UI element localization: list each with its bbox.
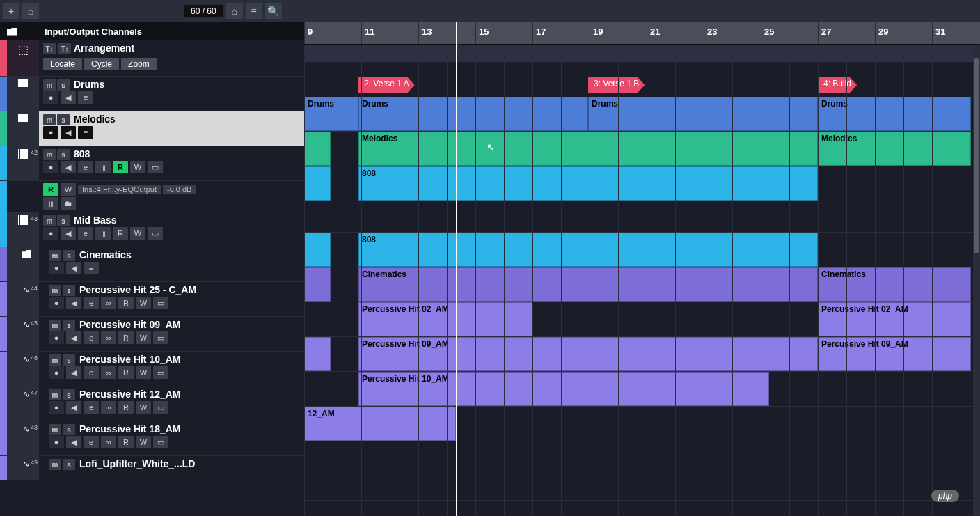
808-track[interactable]: ms 808 ● ◀ e ⫼ R W ▭ bbox=[39, 146, 304, 180]
perc-clip[interactable]: Percussive Hit 09_AM bbox=[818, 337, 971, 371]
solo-button[interactable]: s bbox=[57, 149, 70, 160]
inserts-button[interactable]: ⫼ bbox=[95, 161, 111, 173]
drums-clip[interactable]: Drums bbox=[588, 97, 818, 131]
monitor-button[interactable]: ◀ bbox=[61, 161, 76, 173]
perc18-track[interactable]: msPercussive Hit 18_AM ●◀e∞RW▭ bbox=[39, 421, 304, 455]
perc-clip[interactable] bbox=[304, 337, 331, 371]
drums-clip[interactable]: Drums bbox=[818, 97, 971, 131]
scrollbar-thumb[interactable] bbox=[974, 58, 979, 253]
record-button[interactable]: ● bbox=[43, 91, 58, 104]
waveform-icon: ∿ bbox=[23, 285, 30, 295]
expand-icon[interactable]: T↕ bbox=[43, 43, 56, 54]
drums-clip[interactable]: Drums bbox=[304, 97, 358, 131]
mute-button[interactable]: m bbox=[43, 215, 56, 226]
perc10-lane[interactable]: Percussive Hit 10_AM bbox=[304, 372, 980, 407]
perc-clip[interactable]: Percussive Hit 02_AM bbox=[818, 302, 971, 336]
perc-clip[interactable]: Percussive Hit 10_AM bbox=[358, 372, 769, 406]
arrangement-timeline[interactable]: 9 11 13 15 17 19 21 23 25 27 29 31 2: Ve… bbox=[304, 22, 980, 516]
midbass-clip[interactable]: 808 bbox=[358, 233, 818, 267]
marker-build[interactable]: 4: Build bbox=[818, 77, 857, 93]
automation-lane[interactable] bbox=[304, 201, 980, 233]
write-button[interactable]: W bbox=[130, 227, 145, 240]
drums-clip[interactable]: Drums bbox=[358, 97, 588, 131]
cinematics-clip[interactable]: Cinematics bbox=[358, 267, 818, 302]
playhead[interactable] bbox=[456, 22, 457, 516]
search-icon[interactable]: 🔍 bbox=[265, 3, 282, 19]
waveform-icon: ∿ bbox=[23, 389, 30, 399]
edit-button[interactable]: e bbox=[78, 161, 93, 173]
cinematics-clip[interactable] bbox=[304, 267, 331, 302]
solo-button[interactable]: s bbox=[57, 114, 70, 125]
write-button[interactable]: W bbox=[130, 161, 145, 173]
midbass-clip[interactable] bbox=[304, 233, 331, 267]
perc25-track[interactable]: msPercussive Hit 25 - C_AM ●◀e∞RW▭ bbox=[39, 282, 304, 316]
808-lane[interactable]: 808 bbox=[304, 166, 980, 201]
808-clip[interactable] bbox=[304, 166, 331, 201]
read-button[interactable]: R bbox=[43, 183, 58, 196]
read-button[interactable]: R bbox=[113, 161, 128, 173]
menu-button[interactable]: ≡ bbox=[78, 91, 93, 104]
timeline-ruler[interactable]: 9 11 13 15 17 19 21 23 25 27 29 31 bbox=[304, 22, 980, 45]
melodics-clip[interactable]: Melodics bbox=[818, 132, 971, 166]
midbass-track[interactable]: msMid Bass ●◀e⫼RW▭ bbox=[39, 212, 304, 247]
mute-button[interactable]: m bbox=[43, 114, 56, 125]
midbass-lane[interactable]: 808 bbox=[304, 233, 980, 267]
cinematics-lane[interactable]: Cinematics Cinematics bbox=[304, 267, 980, 302]
melodics-lane[interactable]: Melodics Melodics ↖ bbox=[304, 132, 980, 166]
perc-clip[interactable]: Percussive Hit 09_AM bbox=[358, 337, 818, 371]
lofi-track[interactable]: msLofi_Upfilter_White_...LD bbox=[39, 456, 304, 480]
waveform-icon: ∿ bbox=[23, 320, 30, 329]
solo-button[interactable]: s bbox=[57, 79, 70, 91]
mute-button[interactable]: ⫼ bbox=[43, 197, 58, 210]
arrangement-track[interactable]: T↕ T↕ Arrangement Locate Cycle Zoom bbox=[39, 40, 304, 76]
perc-clip[interactable]: Percussive Hit 02_AM bbox=[358, 302, 532, 336]
record-button[interactable]: ● bbox=[43, 227, 58, 240]
house-icon[interactable]: ⌂ bbox=[226, 3, 243, 19]
insert-row[interactable]: R W Ins.:4:Fr...y-EQOutput -6.0 dB ⫼ 🖿 bbox=[39, 181, 304, 212]
expand-icon2[interactable]: T↕ bbox=[58, 43, 71, 54]
solo-button[interactable]: s bbox=[57, 215, 70, 226]
melodics-track[interactable]: ms Melodics ●◀≡ bbox=[39, 111, 304, 146]
perc12-lane[interactable]: 12_AM bbox=[304, 407, 980, 441]
mute-button[interactable]: m bbox=[43, 149, 56, 160]
cycle-button[interactable]: Cycle bbox=[84, 58, 119, 70]
marker-verse1a[interactable]: 2: Verse 1 A bbox=[358, 77, 415, 93]
folder-open-icon[interactable] bbox=[22, 250, 31, 258]
locate-button[interactable]: Locate bbox=[43, 58, 82, 70]
marker-verse1b[interactable]: 3: Verse 1 B bbox=[588, 77, 645, 93]
melodics-clip[interactable]: Melodics bbox=[358, 132, 818, 166]
io-channels-row[interactable]: Input/Output Channels bbox=[0, 22, 304, 40]
monitor-button[interactable]: ◀ bbox=[61, 91, 76, 104]
read-button[interactable]: R bbox=[113, 227, 128, 240]
mute-button[interactable]: m bbox=[43, 79, 56, 91]
io-channels-label: Input/Output Channels bbox=[45, 26, 142, 37]
vertical-scrollbar[interactable] bbox=[973, 45, 980, 516]
monitor-button[interactable]: ◀ bbox=[61, 126, 76, 139]
record-button[interactable]: ● bbox=[43, 161, 58, 173]
home-icon[interactable]: ⌂ bbox=[22, 3, 39, 19]
cinematics-track[interactable]: msCinematics ●◀≡ bbox=[39, 247, 304, 281]
list-icon[interactable]: ≡ bbox=[246, 3, 262, 19]
record-button[interactable]: ● bbox=[43, 126, 58, 139]
melodics-clip[interactable] bbox=[304, 132, 331, 166]
perc09-track[interactable]: msPercussive Hit 09_AM ●◀e∞RW▭ bbox=[39, 317, 304, 351]
add-icon[interactable]: + bbox=[3, 3, 19, 19]
step-ratio[interactable]: 60 / 60 bbox=[184, 5, 223, 17]
perc10-track[interactable]: msPercussive Hit 10_AM ●◀e∞RW▭ bbox=[39, 352, 304, 386]
808-clip[interactable]: 808 bbox=[358, 166, 818, 201]
perc18-lane[interactable] bbox=[304, 441, 980, 476]
menu-button[interactable]: ≡ bbox=[78, 126, 93, 139]
zoom-button[interactable]: Zoom bbox=[121, 58, 157, 70]
perc-clip[interactable]: 12_AM bbox=[304, 407, 456, 441]
write-button[interactable]: W bbox=[61, 183, 76, 196]
perc09-lane[interactable]: Percussive Hit 09_AM Percussive Hit 09_A… bbox=[304, 337, 980, 372]
lofi-lane[interactable] bbox=[304, 476, 980, 501]
drums-lane[interactable]: Drums Drums Drums Drums bbox=[304, 97, 980, 132]
folder-button[interactable]: 🖿 bbox=[61, 197, 76, 210]
perc12-track[interactable]: msPercussive Hit 12_AM ●◀e∞RW▭ bbox=[39, 386, 304, 421]
lanes-button[interactable]: ▭ bbox=[148, 161, 163, 173]
cinematics-clip[interactable]: Cinematics bbox=[818, 267, 971, 302]
perc25-lane[interactable]: Percussive Hit 02_AM Percussive Hit 02_A… bbox=[304, 302, 980, 337]
drums-track[interactable]: ms Drums ●◀≡ bbox=[39, 77, 304, 111]
track-list-panel: Input/Output Channels ⬚ T↕ T↕ Arrangemen… bbox=[0, 22, 304, 516]
